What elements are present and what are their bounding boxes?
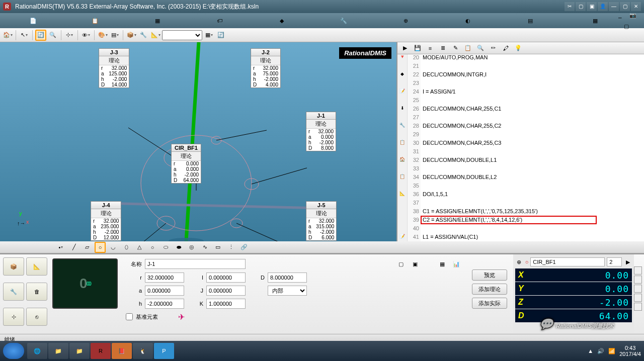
tray-icon[interactable]: ▲ [588, 348, 593, 354]
mode-button[interactable]: 🔧 [3, 283, 24, 301]
tool-button[interactable]: 🔧 [138, 30, 149, 41]
callout-j5[interactable]: J-5理论 r32.000a315.000h-2.000D6.000 [306, 201, 337, 241]
tool-icon[interactable]: ▦ [590, 15, 601, 26]
group-button[interactable]: 📦 [126, 30, 137, 41]
callout-j1[interactable]: J-1理论 r32.000a0.000h-2.000D8.000 [306, 112, 336, 151]
plane-icon[interactable]: ▱ [82, 242, 93, 253]
sys-icon[interactable]: ▢ [576, 2, 586, 11]
3d-viewport[interactable]: RationalDMIS yx↑→ J-3理论 r32.000a125.000h… [0, 42, 396, 241]
tool-icon[interactable]: 📄 [28, 15, 39, 26]
save-icon[interactable]: 💾 [412, 43, 423, 54]
k-input[interactable] [206, 299, 246, 309]
grid-button[interactable]: ▦ [203, 30, 214, 41]
dro-n[interactable] [607, 257, 622, 266]
name-input[interactable] [145, 259, 246, 269]
callout-cir[interactable]: CIR_BF1理论 r0.000a0.000h-2.000D64.000 [171, 144, 201, 184]
dro-side-button[interactable] [634, 303, 642, 311]
dro-side-button[interactable] [634, 266, 642, 275]
tool-icon[interactable]: 📋 [462, 43, 473, 54]
sphere-icon[interactable]: ○ [147, 242, 158, 253]
sys-icon[interactable]: ✂ [565, 2, 575, 11]
dro-side-button[interactable] [634, 294, 642, 302]
r-input[interactable] [145, 273, 184, 283]
task-icon[interactable]: P [154, 343, 174, 359]
tool-icon[interactable]: ◆ [276, 15, 287, 26]
view-icon[interactable]: ▢ [395, 258, 407, 269]
code-editor[interactable]: MODE/AUTO,PROG,MANDECL/COMMON,INTGR,II =… [421, 54, 644, 241]
mode-button[interactable]: 📦 [3, 257, 24, 276]
run-icon[interactable]: ▶ [399, 43, 411, 54]
tool-icon[interactable]: 🏷 [214, 15, 225, 26]
callout-j4[interactable]: J-4理论 r32.000a235.000h-2.000D12.000 [91, 201, 121, 241]
layer-button[interactable]: ▤ [109, 30, 120, 41]
outdent-icon[interactable]: ≣ [437, 43, 448, 54]
callout-j3[interactable]: J-3理论 r32.000a125.000h-2.000D14.000 [99, 48, 129, 88]
visibility-button[interactable]: 👁 [80, 30, 92, 41]
task-icon[interactable]: R [91, 343, 111, 359]
arc-icon[interactable]: ◡ [108, 242, 119, 253]
start-button[interactable] [3, 343, 24, 359]
zoom-button[interactable]: 🔍 [47, 30, 58, 41]
callout-j2[interactable]: J-2理论 r32.000a75.000h-2.000D4.000 [251, 48, 281, 88]
link-icon[interactable]: 🔗 [238, 242, 250, 253]
tool-icon[interactable]: ▤ [525, 15, 536, 26]
indent-icon[interactable]: ≡ [425, 43, 436, 54]
dro-go[interactable]: ▶ [624, 256, 632, 267]
view-icon[interactable]: ▣ [410, 258, 421, 269]
tool-icon[interactable]: 📷 [627, 10, 638, 21]
ellipse-icon[interactable]: ⬭ [160, 242, 171, 253]
tool-icon[interactable]: 📋 [90, 15, 101, 26]
a-input[interactable] [145, 286, 184, 296]
mode-button[interactable]: 🗑 [26, 283, 47, 301]
type-select[interactable]: 内部 [268, 286, 307, 296]
refresh-button[interactable]: 🔄 [215, 30, 226, 41]
tool-icon[interactable]: ⎯ [615, 10, 626, 21]
task-icon[interactable]: 🐧 [133, 343, 153, 359]
mode-button[interactable]: 📐 [26, 257, 47, 276]
j-input[interactable] [206, 286, 246, 296]
pattern-icon[interactable]: ⋮ [225, 242, 236, 253]
line-icon[interactable]: ╱ [68, 242, 79, 253]
tray-icon[interactable]: 📶 [608, 348, 615, 354]
d-input[interactable] [268, 273, 307, 283]
task-icon[interactable]: 📁 [48, 343, 68, 359]
dro-side-button[interactable] [634, 285, 642, 293]
tool-icon[interactable]: ✎ [450, 43, 461, 54]
tool-icon[interactable]: ▢ [621, 21, 632, 32]
curve-icon[interactable]: ∿ [199, 242, 210, 253]
h-input[interactable] [145, 299, 184, 309]
feature-select[interactable] [162, 30, 202, 40]
datum-checkbox[interactable] [126, 312, 133, 322]
preview-button[interactable]: 预览 [472, 269, 507, 281]
i-input[interactable] [206, 273, 246, 283]
torus-icon[interactable]: ◎ [186, 242, 197, 253]
task-icon[interactable]: 📁 [69, 343, 90, 359]
tool-button[interactable]: 📐 [150, 30, 161, 41]
tray-icon[interactable]: 🔊 [597, 348, 604, 354]
select-button[interactable]: ↖ [19, 30, 30, 41]
tool-icon[interactable]: ▦ [152, 15, 163, 26]
tool-icon[interactable]: ◐ [462, 15, 473, 26]
axis-button[interactable]: ⊹ [64, 30, 75, 41]
sys-icon[interactable]: 👤 [598, 2, 608, 11]
cone-icon[interactable]: △ [134, 242, 145, 253]
color-button[interactable]: 🎨 [97, 30, 108, 41]
dro-side-button[interactable] [634, 276, 642, 284]
sys-icon[interactable]: ▣ [587, 2, 597, 11]
surface-icon[interactable]: ▭ [212, 242, 223, 253]
task-icon[interactable]: 📕 [112, 343, 132, 359]
view-icon[interactable]: 📊 [451, 258, 462, 269]
task-icon[interactable]: 🌐 [27, 343, 47, 359]
dro-feature[interactable] [530, 257, 605, 266]
tool-icon[interactable]: 🔍 [475, 43, 486, 54]
point-icon[interactable]: • [55, 242, 66, 253]
view-icon[interactable]: ▦ [437, 258, 448, 269]
slot-icon[interactable]: ⬬ [173, 242, 184, 253]
rotate-button[interactable]: 🔄 [35, 30, 46, 41]
circle-icon[interactable]: ○ [95, 242, 106, 253]
tool-icon[interactable]: 💡 [513, 43, 524, 54]
mode-button[interactable]: ⊹ [3, 308, 24, 326]
home-button[interactable]: 🏠 [2, 30, 13, 41]
tool-icon[interactable]: ✏ [488, 43, 499, 54]
dro-icon[interactable]: ⊕ [515, 256, 523, 267]
